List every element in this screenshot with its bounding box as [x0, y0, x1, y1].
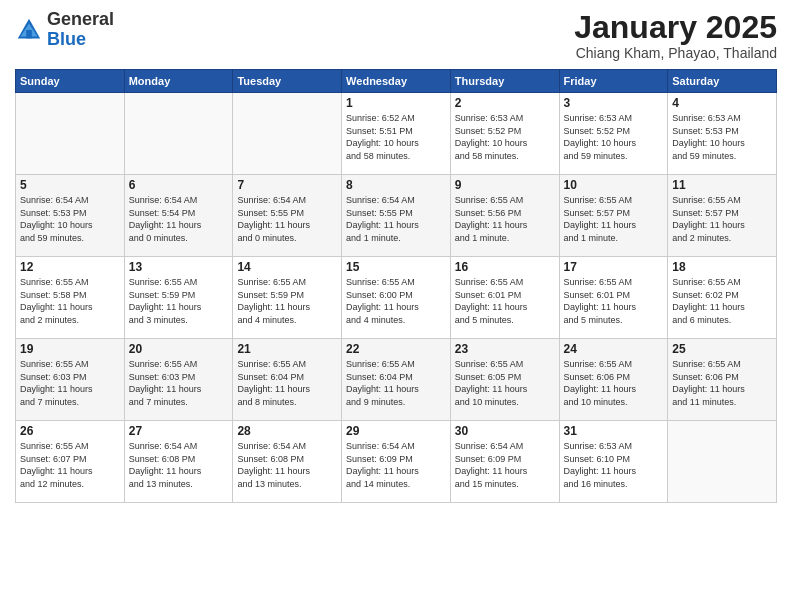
calendar-cell: 21Sunrise: 6:55 AM Sunset: 6:04 PM Dayli… [233, 339, 342, 421]
day-number: 19 [20, 342, 120, 356]
calendar-cell: 27Sunrise: 6:54 AM Sunset: 6:08 PM Dayli… [124, 421, 233, 503]
day-number: 22 [346, 342, 446, 356]
day-number: 23 [455, 342, 555, 356]
logo-general: General [47, 9, 114, 29]
cell-text: Sunrise: 6:53 AM Sunset: 5:52 PM Dayligh… [564, 112, 664, 162]
weekday-header-wednesday: Wednesday [342, 70, 451, 93]
day-number: 10 [564, 178, 664, 192]
day-number: 26 [20, 424, 120, 438]
day-number: 2 [455, 96, 555, 110]
day-number: 14 [237, 260, 337, 274]
weekday-header-sunday: Sunday [16, 70, 125, 93]
svg-rect-2 [26, 30, 32, 38]
cell-text: Sunrise: 6:55 AM Sunset: 5:57 PM Dayligh… [564, 194, 664, 244]
title-block: January 2025 Chiang Kham, Phayao, Thaila… [574, 10, 777, 61]
day-number: 18 [672, 260, 772, 274]
logo: General Blue [15, 10, 114, 50]
calendar-cell: 14Sunrise: 6:55 AM Sunset: 5:59 PM Dayli… [233, 257, 342, 339]
weekday-header-friday: Friday [559, 70, 668, 93]
cell-text: Sunrise: 6:55 AM Sunset: 5:59 PM Dayligh… [237, 276, 337, 326]
logo-text: General Blue [47, 10, 114, 50]
day-number: 13 [129, 260, 229, 274]
header: General Blue January 2025 Chiang Kham, P… [15, 10, 777, 61]
calendar-cell: 17Sunrise: 6:55 AM Sunset: 6:01 PM Dayli… [559, 257, 668, 339]
cell-text: Sunrise: 6:55 AM Sunset: 6:06 PM Dayligh… [672, 358, 772, 408]
calendar-cell [668, 421, 777, 503]
calendar-cell [124, 93, 233, 175]
weekday-header-saturday: Saturday [668, 70, 777, 93]
cell-text: Sunrise: 6:55 AM Sunset: 6:03 PM Dayligh… [20, 358, 120, 408]
day-number: 30 [455, 424, 555, 438]
calendar-cell: 4Sunrise: 6:53 AM Sunset: 5:53 PM Daylig… [668, 93, 777, 175]
calendar-cell: 16Sunrise: 6:55 AM Sunset: 6:01 PM Dayli… [450, 257, 559, 339]
day-number: 21 [237, 342, 337, 356]
week-row-3: 19Sunrise: 6:55 AM Sunset: 6:03 PM Dayli… [16, 339, 777, 421]
cell-text: Sunrise: 6:54 AM Sunset: 6:09 PM Dayligh… [455, 440, 555, 490]
day-number: 1 [346, 96, 446, 110]
weekday-header-monday: Monday [124, 70, 233, 93]
calendar-cell: 20Sunrise: 6:55 AM Sunset: 6:03 PM Dayli… [124, 339, 233, 421]
week-row-2: 12Sunrise: 6:55 AM Sunset: 5:58 PM Dayli… [16, 257, 777, 339]
week-row-4: 26Sunrise: 6:55 AM Sunset: 6:07 PM Dayli… [16, 421, 777, 503]
weekday-header-thursday: Thursday [450, 70, 559, 93]
weekday-header-tuesday: Tuesday [233, 70, 342, 93]
calendar-cell: 5Sunrise: 6:54 AM Sunset: 5:53 PM Daylig… [16, 175, 125, 257]
day-number: 16 [455, 260, 555, 274]
month-title: January 2025 [574, 10, 777, 45]
calendar-cell: 8Sunrise: 6:54 AM Sunset: 5:55 PM Daylig… [342, 175, 451, 257]
cell-text: Sunrise: 6:55 AM Sunset: 6:01 PM Dayligh… [564, 276, 664, 326]
day-number: 31 [564, 424, 664, 438]
cell-text: Sunrise: 6:55 AM Sunset: 6:03 PM Dayligh… [129, 358, 229, 408]
cell-text: Sunrise: 6:54 AM Sunset: 5:55 PM Dayligh… [346, 194, 446, 244]
week-row-0: 1Sunrise: 6:52 AM Sunset: 5:51 PM Daylig… [16, 93, 777, 175]
calendar-cell: 23Sunrise: 6:55 AM Sunset: 6:05 PM Dayli… [450, 339, 559, 421]
day-number: 27 [129, 424, 229, 438]
day-number: 15 [346, 260, 446, 274]
calendar-cell: 1Sunrise: 6:52 AM Sunset: 5:51 PM Daylig… [342, 93, 451, 175]
week-row-1: 5Sunrise: 6:54 AM Sunset: 5:53 PM Daylig… [16, 175, 777, 257]
day-number: 7 [237, 178, 337, 192]
location: Chiang Kham, Phayao, Thailand [574, 45, 777, 61]
day-number: 5 [20, 178, 120, 192]
calendar-cell: 2Sunrise: 6:53 AM Sunset: 5:52 PM Daylig… [450, 93, 559, 175]
calendar-cell: 25Sunrise: 6:55 AM Sunset: 6:06 PM Dayli… [668, 339, 777, 421]
calendar-cell: 15Sunrise: 6:55 AM Sunset: 6:00 PM Dayli… [342, 257, 451, 339]
calendar-cell: 11Sunrise: 6:55 AM Sunset: 5:57 PM Dayli… [668, 175, 777, 257]
day-number: 4 [672, 96, 772, 110]
cell-text: Sunrise: 6:55 AM Sunset: 6:05 PM Dayligh… [455, 358, 555, 408]
cell-text: Sunrise: 6:54 AM Sunset: 5:53 PM Dayligh… [20, 194, 120, 244]
calendar-cell [16, 93, 125, 175]
day-number: 28 [237, 424, 337, 438]
calendar-cell: 10Sunrise: 6:55 AM Sunset: 5:57 PM Dayli… [559, 175, 668, 257]
day-number: 24 [564, 342, 664, 356]
cell-text: Sunrise: 6:54 AM Sunset: 6:09 PM Dayligh… [346, 440, 446, 490]
calendar-cell: 12Sunrise: 6:55 AM Sunset: 5:58 PM Dayli… [16, 257, 125, 339]
calendar-cell: 24Sunrise: 6:55 AM Sunset: 6:06 PM Dayli… [559, 339, 668, 421]
calendar-cell: 7Sunrise: 6:54 AM Sunset: 5:55 PM Daylig… [233, 175, 342, 257]
calendar-cell: 19Sunrise: 6:55 AM Sunset: 6:03 PM Dayli… [16, 339, 125, 421]
day-number: 20 [129, 342, 229, 356]
cell-text: Sunrise: 6:54 AM Sunset: 6:08 PM Dayligh… [129, 440, 229, 490]
cell-text: Sunrise: 6:55 AM Sunset: 6:01 PM Dayligh… [455, 276, 555, 326]
calendar-cell: 18Sunrise: 6:55 AM Sunset: 6:02 PM Dayli… [668, 257, 777, 339]
day-number: 12 [20, 260, 120, 274]
cell-text: Sunrise: 6:54 AM Sunset: 5:55 PM Dayligh… [237, 194, 337, 244]
cell-text: Sunrise: 6:55 AM Sunset: 6:06 PM Dayligh… [564, 358, 664, 408]
logo-icon [15, 16, 43, 44]
cell-text: Sunrise: 6:55 AM Sunset: 5:58 PM Dayligh… [20, 276, 120, 326]
cell-text: Sunrise: 6:54 AM Sunset: 5:54 PM Dayligh… [129, 194, 229, 244]
cell-text: Sunrise: 6:55 AM Sunset: 6:00 PM Dayligh… [346, 276, 446, 326]
calendar-cell: 3Sunrise: 6:53 AM Sunset: 5:52 PM Daylig… [559, 93, 668, 175]
cell-text: Sunrise: 6:53 AM Sunset: 5:53 PM Dayligh… [672, 112, 772, 162]
day-number: 29 [346, 424, 446, 438]
cell-text: Sunrise: 6:55 AM Sunset: 5:59 PM Dayligh… [129, 276, 229, 326]
calendar-cell: 9Sunrise: 6:55 AM Sunset: 5:56 PM Daylig… [450, 175, 559, 257]
day-number: 11 [672, 178, 772, 192]
cell-text: Sunrise: 6:55 AM Sunset: 6:04 PM Dayligh… [237, 358, 337, 408]
day-number: 17 [564, 260, 664, 274]
cell-text: Sunrise: 6:53 AM Sunset: 6:10 PM Dayligh… [564, 440, 664, 490]
calendar-cell: 22Sunrise: 6:55 AM Sunset: 6:04 PM Dayli… [342, 339, 451, 421]
calendar-cell: 13Sunrise: 6:55 AM Sunset: 5:59 PM Dayli… [124, 257, 233, 339]
calendar-cell: 6Sunrise: 6:54 AM Sunset: 5:54 PM Daylig… [124, 175, 233, 257]
calendar-cell: 30Sunrise: 6:54 AM Sunset: 6:09 PM Dayli… [450, 421, 559, 503]
